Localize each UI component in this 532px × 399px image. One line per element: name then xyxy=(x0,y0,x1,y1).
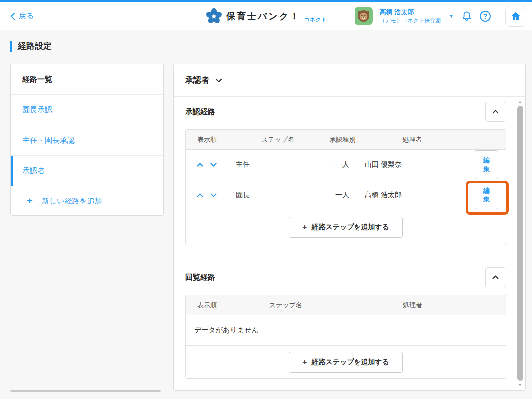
edit-button[interactable]: 編集 xyxy=(475,150,498,179)
move-up-icon[interactable] xyxy=(197,193,203,197)
plus-icon: + xyxy=(302,358,307,367)
vertical-scrollbar[interactable]: ▲ ▼ xyxy=(516,98,524,388)
logo-text: 保育士バンク！ xyxy=(226,10,300,22)
user-organization: （デモ）コネクト保育園 xyxy=(380,17,441,24)
step-name-cell: 園長 xyxy=(228,180,327,210)
route-detail-panel: 承認者 承認経路 表示順 ステップ名 承認種別 処理者 xyxy=(173,64,526,391)
chevron-down-icon xyxy=(215,78,222,83)
col-handler: 処理者 xyxy=(343,301,506,310)
page-title: 経路設定 xyxy=(10,40,52,52)
circulation-route-table: 表示順 ステップ名 処理者 データがありません + 経路ステップを追加する xyxy=(185,295,506,379)
user-menu-dropdown-icon[interactable]: ▼ xyxy=(449,13,454,19)
section-divider xyxy=(174,259,525,259)
col-handler: 処理者 xyxy=(357,135,467,144)
edit-button-highlighted[interactable]: 編集 xyxy=(475,181,498,209)
sidebar-header: 経路一覧 xyxy=(11,64,163,95)
flower-logo-icon xyxy=(205,8,222,25)
step-name-cell: 主任 xyxy=(228,150,327,180)
col-display-order: 表示順 xyxy=(186,301,228,310)
back-label: 戻る xyxy=(19,11,34,21)
chevron-up-icon xyxy=(492,110,499,114)
vertical-scrollbar-thumb[interactable] xyxy=(517,106,523,381)
table-row: 園長 一人 高橋 浩太郎 編集 xyxy=(186,180,506,210)
bell-icon xyxy=(461,10,473,22)
chevron-up-icon xyxy=(492,275,499,279)
back-button[interactable]: 戻る xyxy=(10,11,34,21)
circulation-table-header: 表示順 ステップ名 処理者 xyxy=(186,295,506,315)
user-name: 高橋 浩太郎 xyxy=(380,8,441,17)
home-icon xyxy=(510,11,521,22)
sidebar-item-shoninsha[interactable]: 承認者 xyxy=(11,156,163,186)
notification-bell-button[interactable] xyxy=(461,10,473,22)
approval-table-header: 表示順 ステップ名 承認種別 処理者 xyxy=(186,130,506,150)
circulation-route-collapse-button[interactable] xyxy=(485,267,505,287)
app-header: 戻る 保育士バンク！ コネクト xyxy=(0,2,532,30)
empty-state-text: データがありません xyxy=(186,315,506,346)
lion-avatar-icon xyxy=(355,7,373,25)
handler-cell: 山田 優梨奈 xyxy=(357,150,467,180)
plus-icon: + xyxy=(27,196,33,207)
move-down-icon[interactable] xyxy=(210,163,217,167)
logo-badge: コネクト xyxy=(304,16,327,23)
col-step-name: ステップ名 xyxy=(228,301,343,310)
scroll-up-arrow-icon[interactable]: ▲ xyxy=(516,98,524,105)
user-info[interactable]: 高橋 浩太郎 （デモ）コネクト保育園 xyxy=(380,8,441,24)
sidebar-item-encho-shonin[interactable]: 園長承認 xyxy=(11,95,163,125)
approval-table-footer: + 経路ステップを追加する xyxy=(186,210,506,244)
col-display-order: 表示順 xyxy=(186,135,228,144)
scroll-down-arrow-icon[interactable]: ▼ xyxy=(516,381,524,388)
approval-route-title: 承認経路 xyxy=(185,107,215,117)
add-new-route-button[interactable]: + 新しい経路を追加 xyxy=(11,186,163,216)
table-row: 主任 一人 山田 優梨奈 編集 xyxy=(186,150,506,180)
home-button[interactable] xyxy=(505,6,526,27)
approval-route-collapse-button[interactable] xyxy=(485,102,505,122)
app-logo: 保育士バンク！ コネクト xyxy=(205,8,327,25)
title-accent-bar xyxy=(10,41,12,52)
add-route-step-button[interactable]: + 経路ステップを追加する xyxy=(289,352,403,373)
approval-type-cell: 一人 xyxy=(327,180,357,210)
user-avatar[interactable] xyxy=(355,7,373,25)
sidebar-item-shunin-encho-shonin[interactable]: 主任・園長承認 xyxy=(11,125,163,156)
add-route-step-button[interactable]: + 経路ステップを追加する xyxy=(289,217,403,238)
chevron-left-icon xyxy=(10,12,15,20)
circulation-route-title: 回覧経路 xyxy=(185,273,215,282)
approval-type-cell: 一人 xyxy=(327,150,357,180)
horizontal-scrollbar-thumb[interactable] xyxy=(10,390,161,392)
help-button[interactable]: ? xyxy=(480,11,491,22)
route-name: 承認者 xyxy=(185,75,209,86)
route-name-header[interactable]: 承認者 xyxy=(174,64,525,97)
plus-icon: + xyxy=(302,223,307,232)
handler-cell: 高橋 浩太郎 xyxy=(357,180,467,210)
move-down-icon[interactable] xyxy=(210,193,217,197)
col-step-name: ステップ名 xyxy=(228,135,327,144)
question-mark-icon: ? xyxy=(480,11,491,22)
circulation-table-footer: + 経路ステップを追加する xyxy=(186,346,506,378)
approval-route-table: 表示順 ステップ名 承認種別 処理者 主任 一人 山田 優梨奈 編集 xyxy=(185,129,506,244)
move-up-icon[interactable] xyxy=(197,163,203,167)
col-approval-type: 承認種別 xyxy=(327,135,357,144)
route-list-sidebar: 経路一覧 園長承認 主任・園長承認 承認者 + 新しい経路を追加 xyxy=(10,64,164,216)
header-divider xyxy=(498,9,498,24)
